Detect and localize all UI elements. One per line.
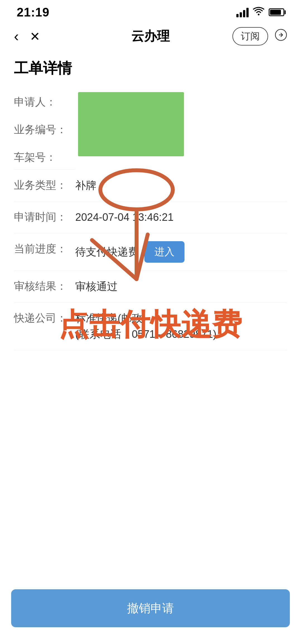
review-result-value: 审核通过 — [75, 279, 287, 295]
close-button[interactable]: ✕ — [30, 29, 40, 44]
business-type-value: 补牌 — [75, 178, 287, 193]
nav-bar: ‹ ✕ 云办理 订阅 — [0, 22, 301, 50]
status-time: 21:19 — [17, 5, 50, 19]
current-progress-label: 当前进度： — [14, 241, 75, 256]
applicant-label: 申请人： — [14, 94, 75, 109]
apply-time-row: 申请时间： 2024-07-04 13:46:21 — [14, 202, 287, 233]
nav-title: 云办理 — [131, 28, 170, 45]
privacy-block — [78, 92, 184, 156]
status-bar: 21:19 — [0, 0, 301, 22]
svg-point-0 — [258, 14, 259, 15]
business-no-label: 业务编号： — [14, 122, 75, 137]
annotation-text: 点击付快递费 — [59, 307, 242, 341]
back-button[interactable]: ‹ — [14, 28, 19, 45]
enter-button[interactable]: 进入 — [144, 241, 185, 263]
business-type-label: 业务类型： — [14, 178, 75, 192]
signal-icon — [236, 7, 249, 17]
progress-content: 待支付快递费 进入 — [75, 241, 185, 263]
cancel-button[interactable]: 撤销申请 — [11, 589, 290, 627]
nav-right: 订阅 — [232, 27, 287, 46]
annotation-text-area: 点击付快递费 — [0, 304, 301, 345]
business-type-row: 业务类型： 补牌 — [14, 170, 287, 202]
share-icon[interactable] — [275, 29, 287, 44]
section-title: 工单详情 — [14, 59, 287, 78]
bottom-bar: 撤销申请 — [0, 589, 301, 627]
status-icons — [236, 6, 284, 18]
progress-value: 待支付快递费 — [75, 244, 139, 260]
battery-icon — [269, 8, 284, 16]
review-result-row: 审核结果： 审核通过 — [14, 271, 287, 303]
apply-time-label: 申请时间： — [14, 209, 75, 224]
wifi-icon — [253, 6, 264, 18]
current-progress-row: 当前进度： 待支付快递费 进入 — [14, 233, 287, 271]
chassis-no-label: 车架号： — [14, 150, 75, 164]
subscribe-button[interactable]: 订阅 — [232, 27, 268, 46]
nav-left: ‹ ✕ — [14, 28, 40, 45]
apply-time-value: 2024-07-04 13:46:21 — [75, 209, 287, 225]
review-result-label: 审核结果： — [14, 279, 75, 293]
